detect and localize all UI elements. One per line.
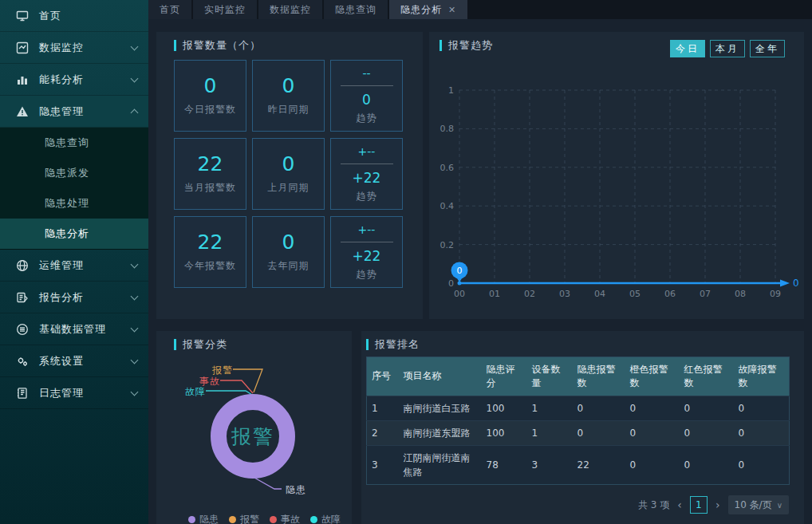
sidebar-item-log-management[interactable]: 日志管理 [0,377,148,409]
sidebar-item-label: 基础数据管理 [39,322,132,337]
table-row: 3 江阴南闸街道南焦路 78 3 22 0 0 0 [367,445,790,484]
trend-bottom-value: +22 [353,170,381,186]
page-size-value: 10 条/页 [735,498,772,512]
range-button-today[interactable]: 今日 [670,40,705,57]
trend-bottom-value: 0 [362,92,371,108]
sidebar-item-report-analysis[interactable]: 报告分析 [0,282,148,313]
trend-bottom-value: +22 [353,248,381,264]
column-header: 隐患评分 [482,357,527,396]
sidebar-item-home[interactable]: 首页 [0,0,148,32]
sidebar-subitem-hazard-dispatch[interactable]: 隐患派发 [0,158,148,188]
stat-label: 去年同期 [268,259,309,273]
stat-label: 趋势 [357,112,377,125]
tab-hazard-analysis[interactable]: 隐患分析 ✕ [389,0,467,19]
table-row: 1 南闸街道白玉路 100 1 0 0 0 0 [367,396,790,420]
stat-card-day-trend: -- 0 趋势 [330,60,403,132]
tab-home[interactable]: 首页 [148,0,191,19]
home-monitor-icon [16,10,29,22]
database-icon [16,323,29,336]
stat-label: 上月同期 [268,181,309,195]
svg-text:0.8: 0.8 [440,124,455,134]
panel-title-text: 报警数量（个） [183,38,261,53]
legend-dot [229,516,236,523]
tab-realtime-monitor[interactable]: 实时监控 [193,0,257,19]
legend-item-baojing[interactable]: 报警 [229,513,259,524]
stat-label: 今日报警数 [184,103,236,116]
sidebar-item-ops-management[interactable]: 运维管理 [0,250,148,282]
trend-top-value: +-- [358,145,376,158]
chevron-down-icon [131,324,139,332]
dashboard-app: 首页 数据监控 能耗分析 隐患管理 隐患查询 隐患派发 隐患处理 [0,0,812,524]
alarm-category-panel: 报警分类 报警 报警 事故 故障 隐患 隐患 报警 [156,331,352,524]
stat-card-last-year: 0 去年同期 [252,216,325,288]
pagination-total: 共 3 项 [638,498,669,512]
sidebar-subitem-hazard-query[interactable]: 隐患查询 [0,128,148,158]
page-number-button[interactable]: 1 [690,496,708,514]
legend-dot [270,516,277,523]
sidebar-item-data-monitor[interactable]: 数据监控 [0,32,148,64]
tab-data-monitor[interactable]: 数据监控 [258,0,322,19]
title-accent-bar [366,339,369,350]
globe-icon [16,259,29,272]
close-tab-icon[interactable]: ✕ [448,5,456,15]
legend-item-shigu[interactable]: 事故 [270,513,300,524]
svg-text:09: 09 [770,289,781,299]
tab-hazard-query[interactable]: 隐患查询 [324,0,388,19]
svg-text:0.6: 0.6 [440,163,455,173]
tab-label: 隐患分析 [400,3,442,17]
page-size-select[interactable]: 10 条/页 ∨ [728,495,789,514]
tab-label: 首页 [160,3,180,17]
sidebar-item-base-data[interactable]: 基础数据管理 [0,313,148,345]
sidebar-item-label: 日志管理 [39,386,132,400]
column-header: 橙色报警数 [625,357,680,396]
stat-value: 0 [282,75,295,97]
sidebar-subitem-hazard-analysis[interactable]: 隐患分析 [0,219,148,249]
range-button-year[interactable]: 全年 [750,40,785,57]
donut-center-label: 报警 [231,424,274,450]
stat-card-year-trend: +-- +22 趋势 [330,216,403,288]
tab-label: 隐患查询 [335,3,376,17]
cell: 江阴南闸街道南焦路 [399,445,482,484]
stat-cards-grid: 0 今日报警数 0 昨日同期 -- 0 趋势 22 当月报警数 [174,60,403,288]
next-page-icon[interactable]: › [715,498,720,511]
sidebar-item-hazard-management[interactable]: 隐患管理 [0,96,148,128]
cell: 南闸街道东盟路 [399,420,482,445]
cell: 22 [573,445,625,484]
stat-value: 0 [282,153,295,175]
stat-label: 趋势 [357,190,377,203]
cell: 0 [573,396,625,420]
trend-line-chart: 0001020304050607080900.20.40.60.8100 [429,80,804,319]
sidebar-item-label: 运维管理 [39,258,132,273]
svg-text:1: 1 [448,85,454,96]
sidebar-item-energy-analysis[interactable]: 能耗分析 [0,64,148,96]
ranking-table: 序号 项目名称 隐患评分 设备数量 隐患报警数 橙色报警数 红色报警数 故障报警… [366,357,790,485]
legend-item-yinhuan[interactable]: 隐患 [188,513,219,524]
alarm-count-panel: 报警数量（个） 0 今日报警数 0 昨日同期 -- 0 趋势 2 [156,32,423,319]
stat-card-today: 0 今日报警数 [174,60,246,132]
chevron-up-icon [131,109,139,117]
legend-item-guzhang[interactable]: 故障 [310,513,341,524]
table-header-row: 序号 项目名称 隐患评分 设备数量 隐患报警数 橙色报警数 红色报警数 故障报警… [367,357,790,396]
column-header: 设备数量 [527,357,573,396]
svg-text:03: 03 [559,289,570,299]
prev-page-icon[interactable]: ‹ [677,498,682,511]
cell: 南闸街道白玉路 [399,396,482,420]
chevron-down-icon [131,292,139,300]
bar-chart-icon [16,73,29,86]
sidebar-item-system-settings[interactable]: 系统设置 [0,345,148,377]
range-button-month[interactable]: 本月 [710,40,745,57]
legend-dot [310,516,317,523]
cell: 1 [367,396,399,420]
sidebar-subitem-hazard-handle[interactable]: 隐患处理 [0,188,148,219]
stat-card-yesterday: 0 昨日同期 [252,60,325,132]
svg-text:0.2: 0.2 [440,240,455,250]
stat-label: 当月报警数 [184,181,236,195]
chevron-down-icon [131,356,139,364]
legend-label: 事故 [281,513,300,524]
cell: 3 [527,445,573,484]
stat-label: 昨日同期 [268,103,309,116]
stat-value: 22 [198,231,223,254]
stat-label: 趋势 [357,268,377,282]
svg-text:05: 05 [629,289,641,299]
title-accent-bar [440,40,442,51]
